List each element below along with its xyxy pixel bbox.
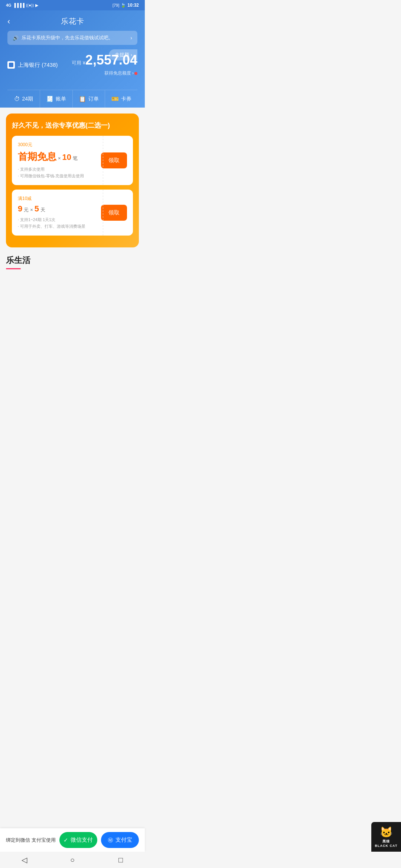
claim-button-1[interactable]: 领取 [101,152,127,168]
coupon-2-main: 9 元 × 5 天 [18,204,85,214]
bill-icon: 🧾 [46,95,53,102]
claim-button-2[interactable]: 领取 [101,205,127,221]
coupon-2-number: 5 [35,204,39,214]
coupon-1-big-text: 首期免息 [18,150,56,163]
notice-text: 乐花卡系统升级中，先去乐花借钱试试吧。 [22,34,113,41]
leaf-icon: 🍃 [121,3,126,8]
content-area: 好久不见，送你专享优惠(二选一) 3000元 首期免息 × 10 笔 · 支持多… [0,108,145,318]
coupon-item-1: 3000元 首期免息 × 10 笔 · 支持多次使用 · 可用微信钱包-零钱-充… [12,136,133,185]
tab-installment-label: 24期 [22,96,33,102]
coupon-2-tag: 满10减 [18,195,85,202]
coupon-item-2: 满10减 9 元 × 5 天 · 支持1~24期 1天1次 · 可用于外卖、打车… [12,190,133,236]
tab-order-label: 订单 [88,96,99,102]
speaker-icon: 🔊 [13,35,19,41]
free-limit-link[interactable]: 获得免息额度 › [7,70,137,76]
promo-title: 好久不见，送你专享优惠(二选一) [12,121,133,130]
tab-coupon[interactable]: 🎫 卡券 [105,90,137,108]
signal-text: 4G [6,3,12,7]
battery-icon: [79] [113,3,119,7]
tab-bill[interactable]: 🧾 账单 [40,90,73,108]
le-shenghuo-section: 乐生活 [6,255,139,269]
status-left: 4G ▐▐▐▐ ((●)) ▶ [6,3,38,8]
header: ‹ 乐花卡 🔊 乐花卡系统升级中，先去乐花借钱试试吧。 › 去提额 › 上海银行… [0,10,145,108]
status-bar: 4G ▐▐▐▐ ((●)) ▶ [79] 🍃 10:32 [0,0,145,10]
promo-card: 好久不见，送你专享优惠(二选一) 3000元 首期免息 × 10 笔 · 支持多… [6,114,139,247]
card-tabs: ⏱ 24期 🧾 账单 📋 订单 🎫 卡券 [7,90,137,108]
tab-installment[interactable]: ⏱ 24期 [7,90,40,108]
coupon-2-desc: · 支持1~24期 1天1次 · 可用于外卖、打车、游戏等消费场景 [18,217,85,230]
card-section: 去提额 › 上海银行 (7438) 可用 ¥2,557.04 获得免息额度 › [7,52,137,84]
tab-coupon-label: 卡券 [121,96,131,102]
page-title: 乐花卡 [61,16,84,26]
tab-bill-label: 账单 [56,96,66,102]
signal-bars-icon: ▐▐▐▐ [13,3,25,7]
notice-arrow: › [130,35,132,41]
notice-banner[interactable]: 🔊 乐花卡系统升级中，先去乐花借钱试试吧。 › [7,31,137,45]
bank-name: 上海银行 (7438) [18,62,58,69]
tab-order[interactable]: 📋 订单 [73,90,105,108]
section-underline [6,268,21,269]
bank-info: 上海银行 (7438) [7,61,58,69]
coupon-1-tag: 3000元 [18,142,84,148]
coupon-1-unit: 笔 [73,155,78,162]
wifi-icon: ((●)) [26,3,34,7]
coupon-2-unit1: 元 [24,207,29,213]
bank-logo-icon [7,61,15,69]
media-icon: ▶ [35,3,38,8]
notice-content: 🔊 乐花卡系统升级中，先去乐花借钱试试吧。 [13,34,113,41]
order-icon: 📋 [79,95,86,102]
back-button[interactable]: ‹ [7,17,10,26]
red-dot-icon [134,72,137,75]
coupon-2-x: × [30,207,33,213]
coupon-1-x: × [58,155,61,161]
coupon-1-left: 3000元 首期免息 × 10 笔 · 支持多次使用 · 可用微信钱包-零钱-充… [18,142,84,179]
status-right: [79] 🍃 10:32 [113,3,139,8]
installment-icon: ⏱ [14,96,20,102]
coupon-1-main: 首期免息 × 10 笔 [18,150,84,163]
coupon-2-left: 满10减 9 元 × 5 天 · 支持1~24期 1天1次 · 可用于外卖、打车… [18,195,85,230]
coupon-1-number: 10 [62,152,71,162]
coupon-2-big: 9 [18,204,22,214]
header-nav: ‹ 乐花卡 [7,13,137,31]
coupon-2-unit2: 天 [40,207,45,213]
tiquan-button[interactable]: 去提额 › [109,49,137,60]
coupon-1-desc: · 支持多次使用 · 可用微信钱包-零钱-充值使用去使用 [18,166,84,179]
time-display: 10:32 [127,3,139,8]
section-title: 乐生活 [6,255,139,266]
coupon-icon: 🎫 [111,95,119,102]
